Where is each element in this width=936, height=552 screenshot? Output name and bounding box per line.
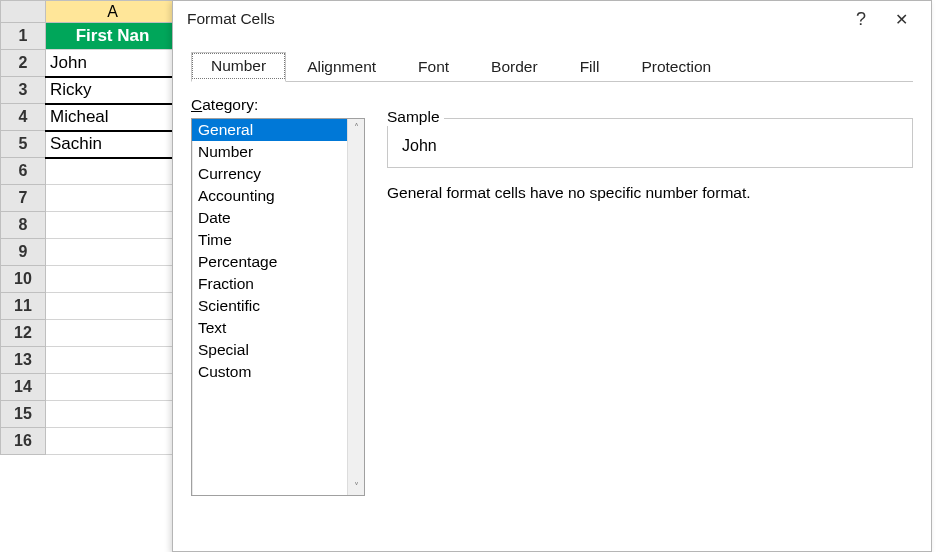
format-description: General format cells have no specific nu…: [387, 184, 913, 202]
sample-label: Sample: [387, 108, 444, 126]
close-icon[interactable]: ✕: [881, 10, 921, 29]
row-header[interactable]: 16: [1, 428, 46, 455]
cell-empty[interactable]: [46, 185, 180, 212]
cell-empty[interactable]: [46, 320, 180, 347]
cell-empty[interactable]: [46, 212, 180, 239]
category-label: Category:: [191, 96, 913, 114]
row-header[interactable]: 14: [1, 374, 46, 401]
category-item-number[interactable]: Number: [192, 141, 364, 163]
help-icon[interactable]: ?: [841, 9, 881, 30]
cell-a4[interactable]: Micheal: [46, 104, 180, 131]
row-header[interactable]: 9: [1, 239, 46, 266]
dialog-titlebar[interactable]: Format Cells ? ✕: [173, 1, 931, 37]
category-item-custom[interactable]: Custom: [192, 361, 364, 383]
row-header[interactable]: 8: [1, 212, 46, 239]
category-item-percentage[interactable]: Percentage: [192, 251, 364, 273]
category-item-date[interactable]: Date: [192, 207, 364, 229]
tab-alignment[interactable]: Alignment: [286, 52, 397, 82]
tab-font[interactable]: Font: [397, 52, 470, 82]
column-header-a[interactable]: A: [46, 1, 180, 23]
row-header[interactable]: 12: [1, 320, 46, 347]
row-header[interactable]: 2: [1, 50, 46, 77]
listbox-scrollbar[interactable]: ˄ ˅: [347, 119, 364, 495]
tab-fill[interactable]: Fill: [559, 52, 621, 82]
category-item-currency[interactable]: Currency: [192, 163, 364, 185]
row-header[interactable]: 10: [1, 266, 46, 293]
cell-empty[interactable]: [46, 266, 180, 293]
row-header[interactable]: 13: [1, 347, 46, 374]
row-header[interactable]: 1: [1, 23, 46, 50]
row-header[interactable]: 3: [1, 77, 46, 104]
format-cells-dialog: Format Cells ? ✕ Number Alignment Font B…: [172, 0, 932, 552]
row-header[interactable]: 15: [1, 401, 46, 428]
cell-a1-header[interactable]: First Nan: [46, 23, 180, 50]
tab-border[interactable]: Border: [470, 52, 559, 82]
cell-empty[interactable]: [46, 374, 180, 401]
row-header[interactable]: 6: [1, 158, 46, 185]
category-item-special[interactable]: Special: [192, 339, 364, 361]
spreadsheet: A 1 First Nan 2 John 3 Ricky 4 Micheal 5…: [0, 0, 180, 455]
scroll-up-icon[interactable]: ˄: [348, 119, 364, 136]
cell-empty[interactable]: [46, 293, 180, 320]
cell-empty[interactable]: [46, 158, 180, 185]
category-item-text[interactable]: Text: [192, 317, 364, 339]
dialog-title: Format Cells: [187, 10, 841, 28]
cell-empty[interactable]: [46, 401, 180, 428]
category-item-accounting[interactable]: Accounting: [192, 185, 364, 207]
row-header[interactable]: 5: [1, 131, 46, 158]
tab-protection[interactable]: Protection: [620, 52, 732, 82]
cell-empty[interactable]: [46, 428, 180, 455]
cell-empty[interactable]: [46, 239, 180, 266]
select-all-corner[interactable]: [1, 1, 46, 23]
scroll-down-icon[interactable]: ˅: [348, 478, 364, 495]
row-header[interactable]: 7: [1, 185, 46, 212]
row-header[interactable]: 4: [1, 104, 46, 131]
cell-a3[interactable]: Ricky: [46, 77, 180, 104]
category-listbox[interactable]: General Number Currency Accounting Date …: [191, 118, 365, 496]
cell-empty[interactable]: [46, 347, 180, 374]
sample-value: John: [387, 118, 913, 168]
tab-number[interactable]: Number: [191, 52, 286, 82]
tab-strip: Number Alignment Font Border Fill Protec…: [191, 51, 913, 82]
cell-a5[interactable]: Sachin: [46, 131, 180, 158]
row-header[interactable]: 11: [1, 293, 46, 320]
sample-group: Sample John: [387, 118, 913, 168]
category-item-general[interactable]: General: [192, 119, 364, 141]
cell-a2[interactable]: John: [46, 50, 180, 77]
category-item-fraction[interactable]: Fraction: [192, 273, 364, 295]
category-item-scientific[interactable]: Scientific: [192, 295, 364, 317]
category-item-time[interactable]: Time: [192, 229, 364, 251]
